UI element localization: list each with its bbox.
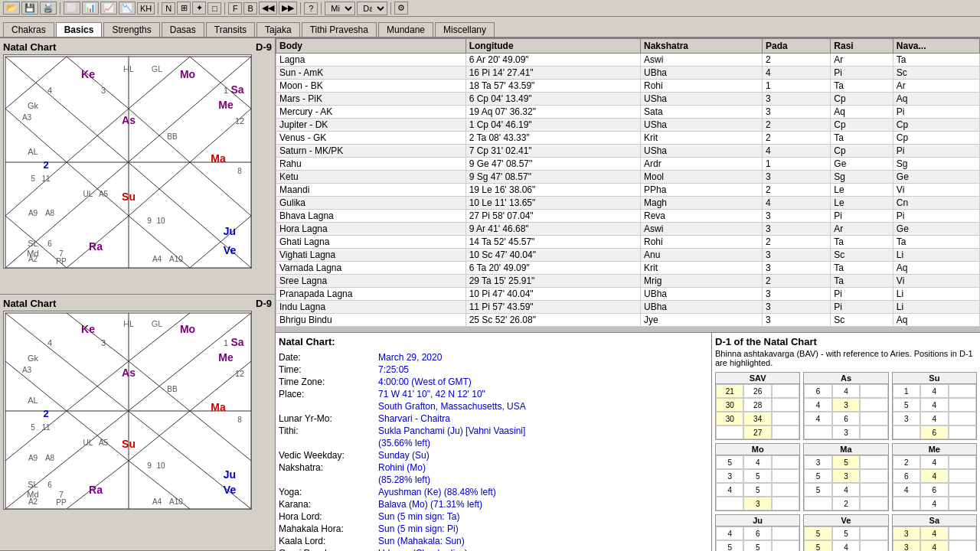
table-cell: Sg	[893, 158, 979, 171]
bav-cell: 4	[832, 540, 860, 551]
table-cell: Ghati Lagna	[276, 236, 466, 249]
bav-cell	[772, 455, 799, 469]
toolbar-help-btn[interactable]: ?	[304, 2, 318, 15]
table-row: Ghati Lagna14 Ta 52' 45.57"Rohi2TaTa	[276, 236, 980, 249]
bav-cell: 3	[832, 398, 860, 412]
tab-miscellany[interactable]: Miscellany	[435, 22, 495, 37]
table-cell: Ta	[831, 236, 893, 249]
bav-cell: 4	[920, 384, 948, 398]
bav-item: Su1454346	[892, 372, 977, 440]
bav-cell: 6	[920, 483, 948, 497]
svg-text:A8: A8	[45, 454, 55, 462]
table-row: Gulika10 Le 11' 13.65"Magh4LeCn	[276, 197, 980, 210]
table-cell: 25 Sc 52' 26.08"	[466, 314, 640, 327]
info-label: Gouri Panchanga:	[279, 548, 378, 551]
toolbar-save-btn[interactable]: 💾	[21, 2, 38, 15]
bottom-chart-wrapper: HL GL Mo Ke Gk A3 As Me Sa 12 1 4 3 BB U…	[3, 311, 272, 512]
info-label: Lunar Yr-Mo:	[279, 413, 378, 424]
table-cell: 3	[762, 106, 830, 119]
tab-chakras[interactable]: Chakras	[3, 22, 54, 37]
table-row: Ketu9 Sg 47' 08.57"Mool3SgGe	[276, 171, 980, 184]
svg-text:Ma: Ma	[211, 152, 226, 165]
tab-transits[interactable]: Transits	[206, 22, 255, 37]
bav-planet-label: Mo	[716, 444, 799, 455]
table-cell: Sata	[641, 106, 763, 119]
toolbar-chart1-btn[interactable]: ⬜	[64, 2, 80, 15]
bav-planet-label: Sa	[893, 515, 976, 527]
svg-text:A4: A4	[152, 497, 162, 506]
col-body: Body	[276, 39, 466, 54]
info-label: Nakshatra:	[279, 462, 378, 473]
info-label: Mahakala Hora:	[279, 523, 378, 534]
toolbar-print-btn[interactable]: 🖨️	[40, 2, 57, 15]
toolbar-settings-btn[interactable]: ⚙	[394, 2, 408, 15]
toolbar-b-btn[interactable]: B	[243, 2, 257, 15]
tab-tithi-pravesha[interactable]: Tithi Pravesha	[302, 22, 377, 37]
svg-text:Me: Me	[218, 351, 234, 364]
toolbar-open-btn[interactable]: 📂	[3, 2, 20, 15]
astro-table-scroll[interactable]: Body Longitude Nakshatra Pada Rasi Nava.…	[276, 38, 980, 333]
tab-strengths[interactable]: Strengths	[103, 22, 159, 37]
toolbar-n-btn[interactable]: N	[162, 2, 175, 15]
toolbar-chart3-btn[interactable]: 📈	[100, 2, 117, 15]
svg-text:Ra: Ra	[89, 240, 103, 253]
table-cell: 6 Cp 04' 13.49"	[466, 93, 640, 106]
toolbar-grid-btn[interactable]: ⊞	[177, 2, 191, 15]
toolbar-min-select[interactable]: Min	[325, 2, 355, 15]
table-row: Jupiter - DK1 Cp 04' 46.19"USha2CpCp	[276, 119, 980, 132]
svg-text:A9: A9	[28, 454, 38, 462]
tab-mundane[interactable]: Mundane	[378, 22, 433, 37]
toolbar-chart4-btn[interactable]: 📉	[119, 2, 136, 15]
info-row: Gouri Panchanga:Udyoga (Choghadiya)	[279, 548, 708, 551]
svg-text:Mo: Mo	[180, 323, 195, 335]
table-row: Sree Lagna29 Ta 15' 25.91"Mrig2TaVi	[276, 275, 980, 288]
svg-text:Ve: Ve	[224, 484, 237, 496]
table-cell: Ta	[831, 80, 893, 93]
table-cell: Pi	[831, 288, 893, 301]
toolbar-day-select[interactable]: Day	[357, 2, 387, 15]
toolbar-box-btn[interactable]: □	[207, 2, 221, 15]
toolbar-kh-btn[interactable]: KH	[137, 2, 155, 15]
bav-cell: 5	[804, 483, 831, 497]
table-cell: Pi	[831, 301, 893, 314]
toolbar-prev-btn[interactable]: ◀◀	[259, 2, 277, 15]
svg-text:8: 8	[237, 416, 242, 424]
info-row: Date:March 29, 2020	[279, 352, 708, 363]
bottom-chart-title: Natal Chart	[3, 298, 56, 309]
table-cell: 27 Pi 58' 07.04"	[466, 210, 640, 223]
bav-cell	[804, 425, 831, 439]
table-cell: 2	[762, 132, 830, 145]
bav-cell	[893, 425, 920, 439]
svg-text:Gk: Gk	[28, 101, 39, 110]
info-row: Mahakala Hora:Sun (5 min sign: Pi)	[279, 523, 708, 534]
table-cell: UBha	[641, 301, 763, 314]
svg-text:HL: HL	[123, 64, 134, 73]
top-chart-wrapper: HL GL Mo Ke Gk A3 As Me Sa 12 1	[3, 54, 272, 271]
table-cell: Moon - BK	[276, 80, 466, 93]
bav-cell: 26	[743, 384, 771, 398]
tab-tajaka[interactable]: Tajaka	[256, 22, 300, 37]
toolbar-f-btn[interactable]: F	[228, 2, 242, 15]
tab-basics[interactable]: Basics	[56, 22, 103, 37]
bav-planet-label: Su	[893, 373, 976, 384]
tab-dasas[interactable]: Dasas	[162, 22, 204, 37]
svg-text:Su: Su	[122, 191, 136, 203]
table-cell: Varnada Lagna	[276, 262, 466, 275]
table-cell: Pi	[831, 67, 893, 80]
info-value: Sharvari - Chaitra	[378, 413, 450, 424]
bav-cell: 4	[920, 398, 948, 412]
svg-text:5: 5	[31, 423, 35, 432]
bav-planet-label: As	[804, 373, 887, 384]
toolbar-chart2-btn[interactable]: 📊	[82, 2, 99, 15]
svg-text:Gk: Gk	[28, 354, 39, 363]
svg-text:A3: A3	[22, 113, 32, 122]
bav-cell: 6	[893, 469, 920, 483]
table-cell: 10 Sc 47' 40.04"	[466, 249, 640, 262]
table-cell: 11 Pi 57' 43.59"	[466, 301, 640, 314]
natal-info-panel: Natal Chart: Date:March 29, 2020Time:7:2…	[276, 333, 712, 551]
d1-subtitle: Bhinna ashtakavarga (BAV) - with referen…	[715, 349, 977, 367]
toolbar-sun-btn[interactable]: ✦	[192, 2, 206, 15]
toolbar-next-btn[interactable]: ▶▶	[279, 2, 297, 15]
table-cell: Bhrigu Bindu	[276, 314, 466, 327]
table-cell: 4	[762, 145, 830, 158]
